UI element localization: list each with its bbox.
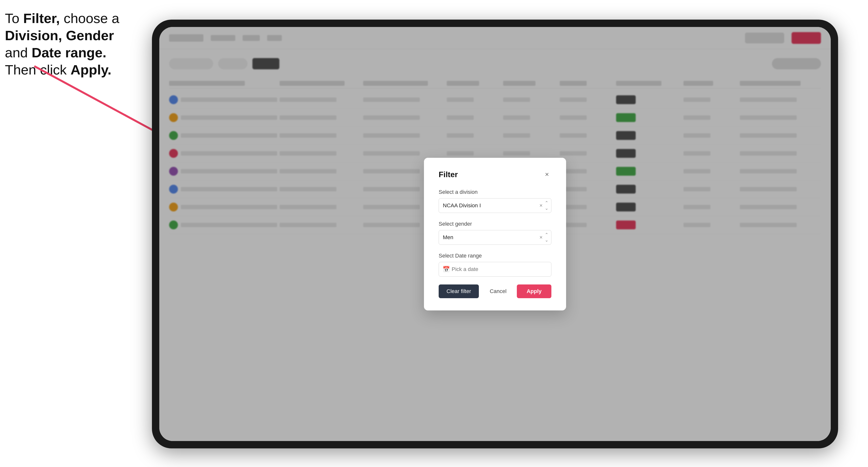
division-select-wrapper: NCAA Division I NCAA Division II NCAA Di…: [439, 198, 551, 213]
footer-right-actions: Cancel Apply: [482, 284, 551, 298]
modal-title: Filter: [439, 170, 458, 179]
calendar-icon: 📅: [442, 266, 450, 273]
division-clear-icon[interactable]: ×: [539, 203, 542, 209]
date-form-group: Select Date range 📅: [439, 253, 551, 277]
gender-clear-icon[interactable]: ×: [539, 234, 542, 241]
tablet-screen: Filter × Select a division NCAA Division…: [159, 27, 831, 441]
instruction-line1: To Filter, choose a: [5, 10, 119, 26]
date-input[interactable]: [439, 262, 551, 277]
division-label: Select a division: [439, 189, 551, 195]
instruction-line4: Then click Apply.: [5, 62, 112, 77]
division-form-group: Select a division NCAA Division I NCAA D…: [439, 189, 551, 213]
close-icon[interactable]: ×: [542, 170, 551, 179]
modal-header: Filter ×: [439, 170, 551, 179]
modal-overlay: Filter × Select a division NCAA Division…: [159, 27, 831, 441]
clear-filter-button[interactable]: Clear filter: [439, 284, 479, 298]
instruction-line3: and Date range.: [5, 45, 106, 60]
gender-select-wrapper: Men Women × ⌃⌄: [439, 230, 551, 245]
gender-form-group: Select gender Men Women × ⌃⌄: [439, 221, 551, 245]
gender-select[interactable]: Men Women: [439, 230, 551, 245]
gender-label: Select gender: [439, 221, 551, 227]
instruction-bold2: Division, Gender: [5, 28, 114, 43]
division-select[interactable]: NCAA Division I NCAA Division II NCAA Di…: [439, 198, 551, 213]
filter-modal: Filter × Select a division NCAA Division…: [424, 158, 566, 310]
modal-footer: Clear filter Cancel Apply: [439, 284, 551, 298]
cancel-button[interactable]: Cancel: [482, 284, 514, 298]
instruction-text: To Filter, choose a Division, Gender and…: [5, 10, 142, 79]
tablet-frame: Filter × Select a division NCAA Division…: [152, 20, 838, 448]
apply-button[interactable]: Apply: [517, 284, 551, 298]
date-label: Select Date range: [439, 253, 551, 259]
date-input-wrapper: 📅: [439, 262, 551, 277]
